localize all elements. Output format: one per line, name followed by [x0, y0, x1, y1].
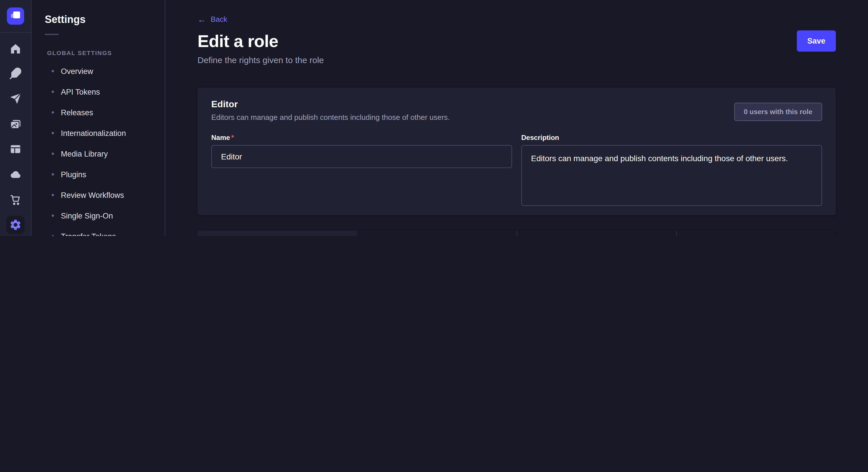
sidebar-item-media-library[interactable]: Media Library — [31, 143, 165, 164]
tab-collection-types[interactable]: Collection Types — [197, 231, 357, 236]
back-link[interactable]: ← Back — [197, 15, 227, 24]
sidebar-item-internationalization[interactable]: Internationalization — [31, 123, 165, 143]
tab-settings[interactable]: Settings — [676, 231, 836, 236]
tab-single-types[interactable]: Single Types — [357, 231, 517, 236]
users-count-badge: 0 users with this role — [734, 103, 822, 121]
bullet-icon — [52, 173, 54, 175]
main-nav-rail: KD — [0, 0, 32, 236]
sidebar-item-label: Media Library — [61, 149, 108, 158]
bullet-icon — [52, 132, 54, 134]
main-content: ← Back Edit a role Save Define the right… — [165, 0, 868, 236]
role-details-card: Editor Editors can manage and publish co… — [197, 88, 836, 215]
name-field-label: Name* — [211, 134, 512, 142]
sidebar-item-label: Plugins — [61, 170, 86, 179]
bullet-icon — [52, 235, 54, 236]
sidebar-item-label: Overview — [61, 67, 93, 75]
subnav-list: OverviewAPI TokensReleasesInternationali… — [31, 61, 165, 236]
cloud-icon[interactable] — [9, 167, 22, 181]
sidebar-item-transfer-tokens[interactable]: Transfer Tokens — [31, 226, 165, 236]
cart-icon[interactable] — [9, 193, 22, 206]
settings-gear-icon[interactable] — [6, 216, 25, 234]
sidebar-item-label: Releases — [61, 108, 93, 117]
strapi-admin-app: KD Settings GLOBAL SETTINGSOverviewAPI T… — [0, 0, 868, 236]
role-name-heading: Editor — [211, 99, 450, 109]
page-subtitle: Define the rights given to the role — [197, 55, 836, 65]
sidebar-item-releases[interactable]: Releases — [31, 102, 165, 123]
required-asterisk: * — [231, 134, 234, 142]
sidebar-item-plugins[interactable]: Plugins — [31, 164, 165, 185]
settings-subnav: Settings GLOBAL SETTINGSOverviewAPI Toke… — [31, 0, 165, 236]
sidebar-item-label: Single Sign-On — [61, 211, 113, 220]
bullet-icon — [52, 91, 54, 93]
strapi-logo-glyph-front — [13, 11, 20, 19]
tab-plugins[interactable]: Plugins — [517, 231, 676, 236]
sidebar-item-label: Transfer Tokens — [61, 232, 116, 236]
media-library-icon[interactable] — [9, 117, 22, 131]
subnav-title: Settings — [45, 14, 165, 26]
bullet-icon — [52, 70, 54, 72]
bullet-icon — [52, 214, 54, 217]
sidebar-item-review-workflows[interactable]: Review Workflows — [31, 185, 165, 205]
bullet-icon — [52, 194, 54, 196]
logo-container — [0, 0, 31, 33]
back-arrow-icon: ← — [197, 15, 206, 24]
send-icon[interactable] — [9, 92, 22, 105]
role-description-text: Editors can manage and publish contents … — [211, 113, 450, 122]
layout-icon[interactable] — [9, 142, 22, 156]
sidebar-item-label: Internationalization — [61, 129, 126, 137]
sidebar-item-overview[interactable]: Overview — [31, 61, 165, 81]
permissions-tabs: Collection TypesSingle TypesPluginsSetti… — [197, 231, 836, 236]
subnav-section-label: GLOBAL SETTINGS — [47, 49, 156, 56]
sidebar-item-single-sign-on[interactable]: Single Sign-On — [31, 205, 165, 226]
strapi-logo[interactable] — [7, 7, 24, 25]
name-input[interactable] — [211, 145, 512, 168]
bullet-icon — [52, 111, 54, 113]
sidebar-item-api-tokens[interactable]: API Tokens — [31, 81, 165, 102]
feather-icon[interactable] — [9, 67, 22, 80]
save-button[interactable]: Save — [797, 30, 836, 52]
sidebar-item-label: API Tokens — [61, 88, 100, 96]
permissions-card: Collection TypesSingle TypesPluginsSetti… — [197, 231, 836, 236]
description-field-label: Description — [521, 134, 822, 142]
back-label: Back — [211, 15, 227, 24]
sidebar-item-label: Review Workflows — [61, 191, 124, 199]
subnav-title-divider — [45, 34, 59, 35]
page-title: Edit a role — [197, 32, 836, 51]
home-icon[interactable] — [9, 42, 22, 56]
bullet-icon — [52, 153, 54, 155]
description-textarea[interactable]: Editors can manage and publish contents … — [521, 145, 822, 206]
